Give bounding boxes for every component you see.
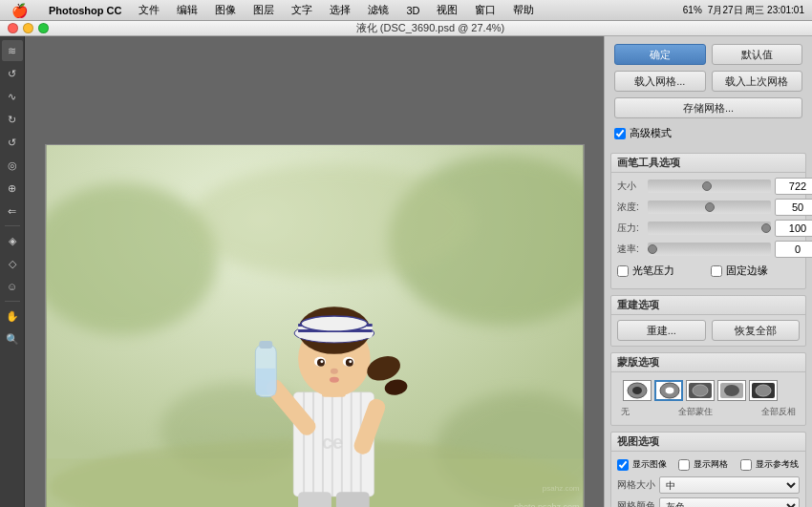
save-mesh-button[interactable]: 存储网格...	[614, 97, 802, 118]
pen-pressure-row: 光笔压力	[617, 262, 707, 280]
density-slider[interactable]	[648, 201, 771, 214]
show-grid-label: 显示网格	[694, 458, 728, 471]
tool-pucker[interactable]: ◎	[2, 155, 23, 176]
brush-section-content: 大小 722 浓度: 50 压力: 100 速	[611, 173, 805, 288]
rebuild-button[interactable]: 重建...	[617, 320, 706, 341]
tool-twirl-cw[interactable]: ↻	[2, 109, 23, 130]
canvas-inner[interactable]: ce	[25, 36, 604, 507]
window-title: 液化 (DSC_3690.psd @ 27.4%)	[56, 21, 804, 35]
svg-rect-39	[259, 341, 272, 349]
svg-point-48	[665, 387, 674, 394]
clock: 7月27日 周三 23:01:01	[708, 4, 804, 17]
tool-hand[interactable]: ✋	[2, 306, 23, 327]
mask-btn-4[interactable]	[717, 380, 746, 401]
grid-color-select[interactable]: 灰色 红色 蓝色	[659, 497, 800, 507]
tool-smooth[interactable]: ∿	[2, 86, 23, 107]
advanced-mode-label: 高级模式	[630, 126, 672, 140]
mask-section: 蒙版选项	[610, 352, 806, 426]
menu-file[interactable]: 文件	[135, 3, 163, 17]
app-window: 液化 (DSC_3690.psd @ 27.4%) ≋ ↺ ∿ ↻ ↺ ◎ ⊕ …	[0, 21, 812, 507]
menu-select[interactable]: 选择	[326, 3, 354, 17]
show-grid-checkbox[interactable]	[678, 459, 690, 471]
menu-3d[interactable]: 3D	[402, 5, 423, 16]
right-panel: 确定 默认值 载入网格... 载入上次网格 存储网格... 高级模式 画笔工具选…	[604, 36, 812, 507]
svg-point-32	[320, 360, 323, 363]
show-guides-checkbox[interactable]	[740, 459, 752, 471]
show-grid-row: 显示网格	[678, 456, 737, 473]
svg-rect-9	[303, 392, 305, 496]
mask-btn-3[interactable]	[686, 380, 715, 401]
pressure-slider[interactable]	[648, 222, 771, 235]
view-section-content: 显示图像 显示网格 显示参考线 网格大小	[611, 452, 805, 507]
menu-filter[interactable]: 滤镜	[364, 3, 393, 17]
window-controls	[8, 23, 49, 33]
tool-separator-2	[5, 301, 20, 302]
pressure-input[interactable]: 100	[775, 220, 812, 237]
maximize-button[interactable]	[38, 23, 49, 33]
photo-scene: ce	[46, 145, 584, 507]
confirm-button[interactable]: 确定	[614, 44, 706, 65]
tool-reconstruct[interactable]: ↺	[2, 63, 23, 84]
fixed-edge-checkbox[interactable]	[711, 265, 722, 277]
svg-rect-42	[335, 492, 369, 507]
menu-edit[interactable]: 编辑	[173, 3, 202, 17]
svg-point-3	[188, 164, 473, 278]
mask-btn-1[interactable]	[623, 380, 652, 401]
menubar: 🍎 Photoshop CC 文件 编辑 图像 图层 文字 选择 滤镜 3D 视…	[0, 0, 812, 21]
size-label: 大小	[617, 180, 644, 193]
menu-window[interactable]: 窗口	[471, 3, 500, 17]
mask-section-content: 无 全部蒙住 全部反相	[611, 372, 805, 425]
speed-label: 速率:	[617, 243, 644, 256]
restore-button[interactable]: 恢复全部	[712, 320, 801, 341]
menu-image[interactable]: 图像	[211, 3, 240, 17]
menu-app[interactable]: Photoshop CC	[45, 5, 125, 16]
tool-freeze[interactable]: ◈	[2, 230, 23, 251]
size-slider[interactable]	[648, 180, 771, 193]
pen-pressure-checkbox[interactable]	[617, 265, 629, 277]
close-button[interactable]	[8, 23, 18, 33]
svg-point-35	[329, 377, 338, 383]
show-image-checkbox[interactable]	[617, 459, 629, 471]
size-input[interactable]: 722	[775, 178, 812, 195]
mask-item-5	[749, 380, 778, 401]
grid-color-row: 网格颜色 灰色 红色 蓝色	[617, 497, 800, 507]
menubar-right: 61% 7月27日 周三 23:01:01	[683, 4, 804, 17]
tool-zoom[interactable]: 🔍	[2, 328, 23, 349]
load-prev-button[interactable]: 载入上次网格	[712, 71, 803, 92]
tool-face[interactable]: ☺	[2, 276, 23, 297]
brush-section-title: 画笔工具选项	[611, 154, 805, 173]
density-input[interactable]: 50	[775, 199, 812, 216]
menu-text[interactable]: 文字	[288, 3, 316, 17]
tool-thaw[interactable]: ◇	[2, 253, 23, 274]
apple-menu[interactable]: 🍎	[8, 3, 32, 18]
mask-section-title: 蒙版选项	[611, 353, 805, 372]
svg-point-34	[330, 369, 337, 374]
pen-fixed-row: 光笔压力 固定边缘	[617, 262, 800, 280]
default-button[interactable]: 默认值	[712, 44, 803, 65]
speed-slider[interactable]	[648, 243, 771, 256]
tool-warp[interactable]: ≋	[2, 40, 23, 61]
menu-view[interactable]: 视图	[433, 3, 461, 17]
speed-row: 速率: 0	[617, 241, 800, 258]
minimize-button[interactable]	[23, 23, 33, 33]
show-image-label: 显示图像	[632, 458, 667, 471]
menu-layer[interactable]: 图层	[249, 3, 278, 17]
menu-help[interactable]: 帮助	[509, 3, 538, 17]
tool-push[interactable]: ⇐	[2, 201, 23, 222]
title-bar: 液化 (DSC_3690.psd @ 27.4%)	[0, 21, 812, 36]
fixed-edge-label: 固定边缘	[726, 264, 768, 278]
show-image-row: 显示图像	[617, 456, 676, 473]
grid-size-select-wrap: 中 小 大	[659, 476, 800, 494]
tool-bloat[interactable]: ⊕	[2, 178, 23, 199]
mask-labels: 无 全部蒙住 全部反相	[617, 404, 800, 420]
panel-header: 确定 默认值 载入网格... 载入上次网格 存储网格... 高级模式	[605, 36, 812, 150]
tool-twirl-ccw[interactable]: ↺	[2, 132, 23, 153]
grid-size-select[interactable]: 中 小 大	[659, 476, 800, 494]
rebuild-section: 重建选项 重建... 恢复全部	[610, 295, 806, 347]
speed-input[interactable]: 0	[775, 241, 812, 258]
svg-text:ce: ce	[321, 432, 342, 453]
mask-btn-2[interactable]	[654, 380, 683, 401]
mask-btn-5[interactable]	[749, 380, 778, 401]
load-mesh-button[interactable]: 载入网格...	[614, 71, 706, 92]
advanced-mode-checkbox[interactable]	[614, 128, 626, 139]
